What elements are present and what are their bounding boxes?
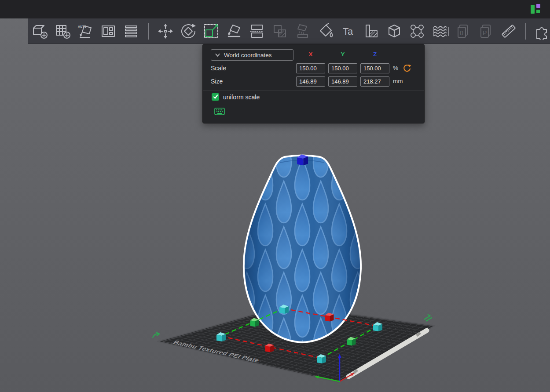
cut-icon: [248, 22, 266, 40]
variable-layer-height-button[interactable]: [361, 21, 381, 41]
toolbar-separator: [148, 23, 149, 40]
rotate-icon: [180, 22, 197, 40]
variable-layer-icon: [363, 22, 380, 40]
size-z-input[interactable]: [360, 76, 389, 87]
scale-panel: World coordinates X Y Z Scale % Size mm …: [202, 44, 425, 123]
svg-text:P: P: [483, 29, 487, 36]
reset-scale-button[interactable]: [403, 64, 411, 73]
move-tool-button[interactable]: [155, 21, 176, 41]
p-pages-button[interactable]: P: [476, 21, 496, 41]
axis-header-y: Y: [328, 51, 357, 58]
scale-tool-button[interactable]: [201, 21, 221, 41]
size-row-label: Size: [211, 78, 223, 85]
color-paint-icon: [317, 22, 334, 40]
add-object-button[interactable]: [29, 21, 50, 41]
size-unit: mm: [393, 78, 403, 84]
icon-block-green-small: [536, 10, 540, 13]
p-pages-icon: P: [477, 22, 495, 40]
coordinate-system-dropdown[interactable]: World coordinates: [211, 49, 293, 61]
place-on-face-icon: [225, 22, 243, 40]
object-list-button[interactable]: [121, 21, 141, 41]
text-shape-button[interactable]: Ta: [338, 21, 359, 41]
app-top-bar: [0, 0, 550, 18]
place-on-face-button[interactable]: [224, 21, 244, 41]
uniform-scale-checkbox[interactable]: [212, 93, 219, 101]
split-to-objects-button[interactable]: [270, 21, 290, 41]
axis-header-z: Z: [360, 51, 389, 58]
scale-icon: [202, 22, 220, 40]
support-painting-button[interactable]: [293, 21, 313, 41]
panel-divider: [203, 91, 424, 91]
object-list-icon: [122, 22, 140, 40]
zero-pages-button[interactable]: 0: [453, 21, 473, 41]
rotate-tool-button[interactable]: [178, 21, 198, 41]
svg-text:0: 0: [460, 29, 463, 36]
slicer-window: { "top_bar": { "app_icon": "layout-grid-…: [0, 0, 550, 392]
reset-icon: [403, 64, 411, 73]
uniform-scale-label: uniform scale: [223, 94, 260, 101]
uniform-scale-row: uniform scale: [212, 93, 260, 101]
check-icon: [213, 94, 218, 99]
size-x-input[interactable]: [296, 76, 325, 87]
add-object-icon: [31, 22, 48, 40]
scale-row-label: Scale: [211, 65, 226, 72]
seam-painting-button[interactable]: [384, 21, 404, 41]
cut-tool-button[interactable]: [247, 21, 267, 41]
arrange-icon: [99, 22, 117, 40]
toolbar-separator: [525, 23, 526, 40]
icon-block-green-tall: [531, 5, 535, 14]
assembly-button[interactable]: [533, 21, 550, 41]
split-objects-icon: [271, 22, 289, 40]
add-plate-button[interactable]: [52, 21, 73, 41]
add-plate-icon: [54, 22, 71, 40]
measure-icon: [500, 22, 517, 40]
color-painting-button[interactable]: [315, 21, 336, 41]
scale-y-input[interactable]: [328, 63, 357, 73]
scale-z-input[interactable]: [360, 63, 389, 73]
support-paint-icon: [294, 22, 312, 40]
auto-orient-icon: AUTO: [77, 22, 94, 40]
icon-block-purple: [536, 4, 540, 8]
svg-text:Ta: Ta: [343, 26, 353, 37]
seam-paint-icon: [385, 22, 403, 40]
assembly-icon: [534, 22, 550, 40]
keyboard-icon: [214, 108, 225, 116]
auto-orient-button[interactable]: AUTO: [75, 21, 95, 41]
scale-unit: %: [393, 65, 398, 71]
size-y-input[interactable]: [328, 76, 357, 87]
move-icon: [157, 22, 174, 40]
axis-header-x: X: [296, 51, 325, 58]
brim-ears-icon: [408, 22, 426, 40]
scale-x-input[interactable]: [296, 63, 325, 73]
chevron-down-icon: [215, 52, 220, 58]
main-toolbar: AUTO Ta 0 P: [28, 18, 550, 44]
fuzzy-skin-icon: [431, 22, 449, 40]
coordinate-system-label: World coordinates: [224, 52, 272, 58]
text-tool-icon: Ta: [340, 22, 357, 40]
measure-button[interactable]: [499, 21, 519, 41]
fuzzy-skin-button[interactable]: [430, 21, 450, 41]
layout-grid-icon[interactable]: [531, 4, 540, 14]
keyboard-shortcut-button[interactable]: [214, 108, 225, 116]
brim-ears-button[interactable]: [407, 21, 427, 41]
arrange-button[interactable]: [98, 21, 118, 41]
zero-pages-icon: 0: [454, 22, 472, 40]
